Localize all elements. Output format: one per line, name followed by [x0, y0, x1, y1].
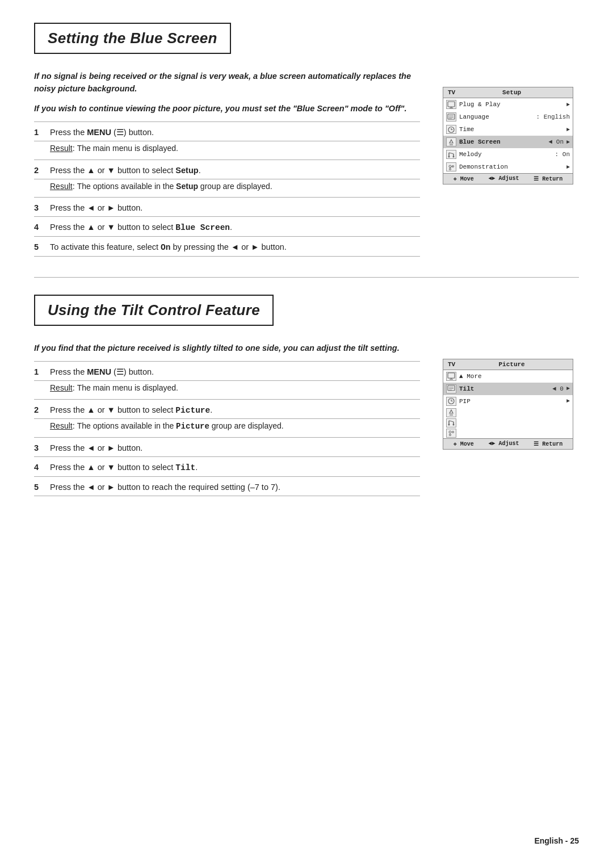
table-row: 3 Press the ◄ or ► button. [34, 438, 420, 457]
footer-return: ☰ Return [534, 175, 562, 182]
section2-intro1: If you find that the picture received is… [34, 342, 420, 354]
step-number: 1 [34, 362, 50, 381]
menu-row-empty3 [443, 428, 573, 438]
svg-rect-22 [448, 373, 455, 378]
menu-icon-empty3 [446, 429, 456, 438]
menu-value-bluescreen: ◄ On [549, 139, 564, 145]
menu-icon-bluescreen [446, 137, 456, 146]
section2-tv-menu: TV Picture ▲ More [443, 359, 573, 450]
result-text: The options available in the Setup group… [77, 182, 272, 191]
section-divider [34, 277, 579, 278]
menu-row-plugplay: Plug & Play ► [443, 98, 573, 111]
section1-right: TV Setup Plug & Play ► [443, 70, 579, 257]
step-text: Press the ▲ or ▼ button to select Pictur… [50, 399, 420, 419]
menu-label-more: ▲ More [459, 373, 570, 380]
section1-intro1: If no signal is being received or the si… [34, 70, 420, 95]
step-text: Press the MENU (☰) button. [50, 122, 420, 141]
tv-menu-footer: ❖ Move ◄► Adjust ☰ Return [443, 173, 573, 184]
menu-label-demonstration: Demonstration [459, 163, 564, 170]
menu-row-pip: PIP ► [443, 395, 573, 408]
menu-label-language: Language [459, 114, 534, 120]
table-row: Result: The options available in the Pic… [34, 419, 420, 438]
menu-icon-language [446, 112, 456, 121]
menu-arrow-tilt: ► [566, 385, 570, 392]
footer-return2: ☰ Return [534, 441, 562, 447]
footer-move2: ❖ Move [454, 441, 474, 447]
section1-steps: 1 Press the MENU (☰) button. Result: The… [34, 121, 420, 256]
svg-marker-32 [450, 410, 453, 413]
menu-icon-more [446, 372, 456, 381]
section1-intro2: If you wish to continue viewing the poor… [34, 102, 420, 115]
menu-title2: Picture [455, 361, 568, 368]
section1: Setting the Blue Screen If no signal is … [34, 23, 579, 257]
step-text: Press the ▲ or ▼ button to select Setup. [50, 160, 420, 179]
menu-row-more: ▲ More [443, 370, 573, 383]
section2-body: If you find that the picture received is… [34, 342, 579, 496]
table-row: 1 Press the MENU (☰) button. [34, 122, 420, 141]
section2-steps: 1 Press the MENU (☰) button. Result: The… [34, 361, 420, 496]
table-row: Result: The options available in the Set… [34, 179, 420, 198]
tv-menu-header2: TV Picture [443, 359, 573, 370]
menu-icon-tilt [446, 384, 456, 393]
menu-row-empty1 [443, 408, 573, 418]
page: Setting the Blue Screen If no signal is … [0, 0, 613, 868]
tv-menu-header: TV Setup [443, 87, 573, 98]
tv-label2: TV [448, 361, 455, 368]
menu-row-bluescreen: Blue Screen ◄ On ► [443, 136, 573, 148]
page-footer: English - 25 [534, 836, 579, 845]
menu-value-melody: : On [555, 151, 570, 158]
table-row: 2 Press the ▲ or ▼ button to select Setu… [34, 160, 420, 179]
menu-row-demonstration: Demonstration ► [443, 161, 573, 173]
menu-arrow-plugplay: ► [566, 102, 570, 108]
table-row: 4 Press the ▲ or ▼ button to select Tilt… [34, 457, 420, 477]
menu-row-melody: Melody : On [443, 148, 573, 161]
footer-move: ❖ Move [454, 175, 474, 182]
menu-row-empty2 [443, 418, 573, 428]
menu-arrow-demonstration: ► [566, 164, 570, 170]
table-row: 4 Press the ▲ or ▼ button to select Blue… [34, 217, 420, 237]
svg-rect-0 [448, 102, 455, 107]
menu-value-tilt: ◄ 0 [552, 385, 564, 392]
menu-row-time: Time ► [443, 123, 573, 136]
step-text: To activate this feature, select On by p… [50, 236, 420, 256]
menu-label-bluescreen: Blue Screen [459, 139, 546, 145]
svg-point-37 [448, 424, 450, 426]
footer-adjust: ◄► Adjust [488, 175, 519, 182]
section2-heading-box: Using the Tilt Control Feature [34, 295, 274, 326]
step-number: 5 [34, 236, 50, 256]
footer-adjust2: ◄► Adjust [488, 441, 519, 447]
page-number: English - 25 [534, 836, 579, 845]
result-label: Result [50, 421, 73, 430]
svg-line-13 [449, 153, 454, 154]
svg-marker-10 [450, 140, 453, 143]
step-text: Press the ▲ or ▼ button to select Tilt. [50, 457, 420, 477]
menu-icon-empty2 [446, 418, 456, 427]
menu-icon-plugplay [446, 100, 456, 109]
result-label: Result [50, 383, 73, 392]
step-text: Press the ◄ or ► button. [50, 438, 420, 457]
menu-row-language: Language : English [443, 111, 573, 123]
result-label: Result [50, 182, 73, 191]
section1-left: If no signal is being received or the si… [34, 70, 420, 257]
section2-left: If you find that the picture received is… [34, 342, 420, 496]
step-number: 2 [34, 160, 50, 179]
result-text: The options available in the Picture gro… [77, 421, 284, 430]
step-text: Press the MENU (☰) button. [50, 362, 420, 381]
table-row: 5 Press the ◄ or ► button to reach the r… [34, 476, 420, 496]
step-text: Press the ◄ or ► button. [50, 198, 420, 217]
result-text: The main menu is displayed. [77, 383, 178, 392]
table-row: 1 Press the MENU (☰) button. [34, 362, 420, 381]
table-row: 5 To activate this feature, select On by… [34, 236, 420, 256]
menu-label-melody: Melody [459, 151, 552, 158]
section2-title: Using the Tilt Control Feature [48, 301, 260, 319]
menu-label-pip: PIP [459, 398, 564, 405]
menu-arrow-bluescreen: ► [566, 139, 570, 145]
step-text: Press the ◄ or ► button to reach the req… [50, 476, 420, 496]
step-number: 3 [34, 198, 50, 217]
menu-label-plugplay: Plug & Play [459, 101, 564, 108]
menu-icon-time [446, 125, 456, 134]
menu-icon-demonstration [446, 162, 456, 171]
section1-title: Setting the Blue Screen [48, 30, 217, 47]
section1-tv-menu: TV Setup Plug & Play ► [443, 87, 573, 184]
svg-point-41 [450, 434, 451, 436]
